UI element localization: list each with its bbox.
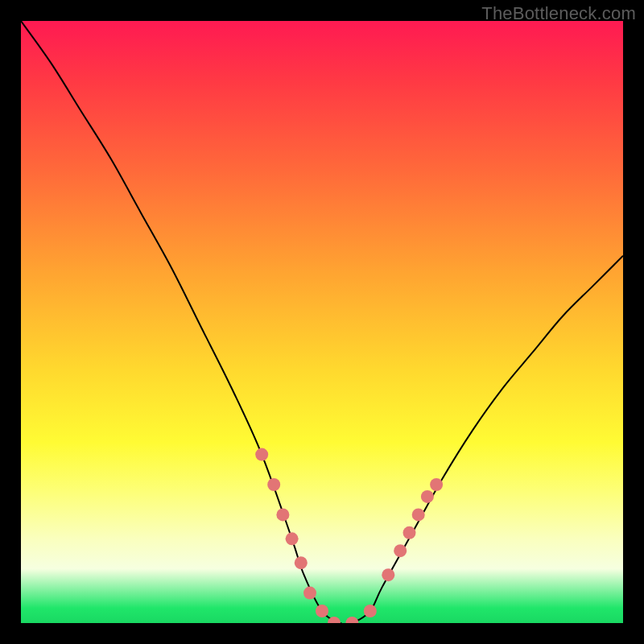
chart-plot-area <box>21 21 623 623</box>
curve-marker <box>267 478 280 491</box>
bottleneck-curve <box>21 21 623 623</box>
curve-marker <box>382 568 394 581</box>
curve-line <box>21 21 623 623</box>
curve-marker <box>345 617 358 623</box>
curve-marker <box>412 508 425 521</box>
curve-marker <box>255 448 268 461</box>
watermark-text: TheBottleneck.com <box>481 3 636 24</box>
curve-marker <box>276 508 289 521</box>
curve-marker <box>316 605 328 617</box>
curve-marker <box>421 490 434 503</box>
curve-marker <box>295 556 308 569</box>
curve-marker <box>403 526 416 539</box>
curve-marker <box>286 532 299 545</box>
curve-marker <box>303 587 316 600</box>
curve-marker <box>394 544 407 557</box>
curve-marker <box>430 478 443 491</box>
curve-marker <box>364 605 377 617</box>
